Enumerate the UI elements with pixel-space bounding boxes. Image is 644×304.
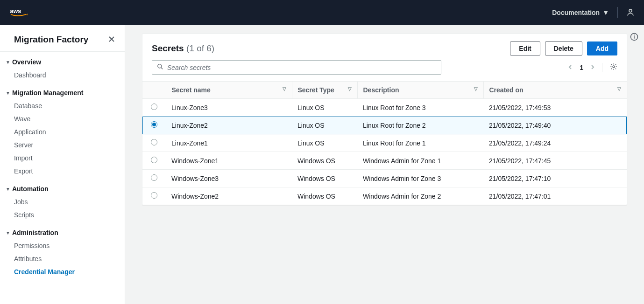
sort-icon: ▽ (283, 86, 286, 91)
nav-item[interactable]: Credential Manager (0, 265, 125, 278)
svg-point-1 (629, 9, 632, 12)
caret-down-icon: ▼ (602, 9, 609, 16)
nav-group[interactable]: ▼Automation (0, 182, 125, 195)
cell-description: Windows Admin for Zone 1 (357, 152, 483, 170)
svg-text:aws: aws (10, 7, 21, 14)
nav-item[interactable]: Export (0, 165, 125, 178)
nav-group[interactable]: ▼Overview (0, 55, 125, 69)
user-icon[interactable] (626, 8, 635, 18)
nav-item[interactable]: Scripts (0, 208, 125, 221)
radio-icon[interactable] (151, 192, 157, 199)
cell-name: Linux-Zone3 (166, 99, 292, 117)
nav-item[interactable]: Server (0, 138, 125, 152)
row-select-cell[interactable] (142, 117, 166, 134)
nav-item[interactable]: Import (0, 152, 125, 165)
cell-name: Linux-Zone2 (166, 117, 292, 134)
cell-name: Windows-Zone3 (166, 170, 292, 187)
caret-down-icon: ▼ (6, 230, 10, 235)
radio-icon[interactable] (151, 157, 157, 163)
column-header-type[interactable]: Secret Type▽ (292, 82, 357, 99)
search-input[interactable] (167, 64, 436, 71)
nav-item[interactable]: Dashboard (0, 69, 125, 82)
nav-group[interactable]: ▼Migration Management (0, 86, 125, 99)
cell-created: 21/05/2022, 17:49:53 (483, 99, 627, 117)
nav-item[interactable]: Application (0, 125, 125, 138)
nav-item[interactable]: Jobs (0, 195, 125, 208)
nav-item[interactable]: Wave (0, 112, 125, 125)
cell-description: Windows Admin for Zone 3 (357, 170, 483, 187)
svg-line-8 (161, 68, 163, 69)
nav-group[interactable]: ▼Administration (0, 226, 125, 239)
nav-group-label: Migration Management (12, 89, 83, 97)
cell-type: Linux OS (292, 117, 357, 134)
cell-name: Linux-Zone1 (166, 134, 292, 152)
column-header-name[interactable]: Secret name▽ (166, 82, 292, 99)
table-row[interactable]: Windows-Zone3Windows OSWindows Admin for… (142, 170, 627, 187)
table-row[interactable]: Windows-Zone1Windows OSWindows Admin for… (142, 152, 627, 170)
panel-header: Secrets (1 of 6) Edit Delete Add (142, 34, 627, 60)
cell-created: 21/05/2022, 17:49:40 (483, 117, 627, 134)
radio-icon[interactable] (151, 121, 157, 128)
sidebar: Migration Factory ▼OverviewDashboard▼Mig… (0, 25, 125, 304)
cell-type: Linux OS (292, 99, 357, 117)
panel-actions: Edit Delete Add (510, 41, 617, 55)
table-header-row: Secret name▽ Secret Type▽ Description▽ C… (142, 82, 627, 99)
column-header-created[interactable]: Created on▽ (483, 82, 627, 99)
header-right: Documentation ▼ (552, 7, 635, 18)
aws-logo[interactable]: aws (9, 7, 33, 19)
svg-point-9 (613, 66, 615, 68)
row-select-cell[interactable] (142, 99, 166, 117)
nav-item[interactable]: Database (0, 99, 125, 112)
nav-group-label: Automation (12, 185, 49, 193)
row-select-cell[interactable] (142, 152, 166, 170)
cell-created: 21/05/2022, 17:47:10 (483, 170, 627, 187)
pagination: 1 (567, 63, 617, 72)
nav-group-label: Administration (12, 229, 58, 236)
table-row[interactable]: Windows-Zone2Windows OSWindows Admin for… (142, 187, 627, 205)
nav-item[interactable]: Attributes (0, 252, 125, 265)
documentation-label: Documentation (552, 9, 600, 16)
sort-icon: ▽ (474, 86, 478, 91)
layout: Migration Factory ▼OverviewDashboard▼Mig… (0, 25, 644, 304)
radio-icon[interactable] (151, 139, 157, 145)
radio-icon[interactable] (151, 104, 157, 110)
page-number: 1 (580, 64, 583, 71)
top-header: aws Documentation ▼ (0, 0, 644, 25)
column-header-description[interactable]: Description▽ (357, 82, 483, 99)
settings-icon[interactable] (602, 63, 617, 72)
cell-type: Windows OS (292, 152, 357, 170)
documentation-link[interactable]: Documentation ▼ (552, 9, 609, 16)
edit-button[interactable]: Edit (510, 41, 540, 55)
cell-created: 21/05/2022, 17:47:45 (483, 152, 627, 170)
cell-type: Linux OS (292, 134, 357, 152)
table-body: Linux-Zone3Linux OSLinux Root for Zone 3… (142, 99, 627, 205)
cell-name: Windows-Zone2 (166, 187, 292, 205)
panel-count: (1 of 6) (186, 43, 214, 53)
info-icon[interactable] (630, 33, 638, 42)
search-icon (157, 63, 163, 71)
search-box[interactable] (152, 60, 441, 75)
svg-point-6 (634, 35, 635, 35)
cell-type: Windows OS (292, 187, 357, 205)
row-select-cell[interactable] (142, 134, 166, 152)
row-select-cell[interactable] (142, 187, 166, 205)
sort-icon: ▽ (617, 86, 621, 91)
cell-type: Windows OS (292, 170, 357, 187)
secrets-table: Secret name▽ Secret Type▽ Description▽ C… (142, 81, 627, 205)
nav-item[interactable]: Permissions (0, 239, 125, 252)
next-page-icon[interactable] (590, 64, 595, 71)
table-row[interactable]: Linux-Zone2Linux OSLinux Root for Zone 2… (142, 117, 627, 134)
sidebar-nav: ▼OverviewDashboard▼Migration ManagementD… (0, 52, 125, 279)
delete-button[interactable]: Delete (545, 41, 582, 55)
row-select-cell[interactable] (142, 170, 166, 187)
table-row[interactable]: Linux-Zone3Linux OSLinux Root for Zone 3… (142, 99, 627, 117)
radio-icon[interactable] (151, 174, 157, 181)
cell-description: Windows Admin for Zone 2 (357, 187, 483, 205)
header-divider (617, 7, 618, 18)
caret-down-icon: ▼ (6, 60, 10, 65)
table-row[interactable]: Linux-Zone1Linux OSLinux Root for Zone 1… (142, 134, 627, 152)
prev-page-icon[interactable] (567, 64, 573, 71)
close-icon[interactable] (108, 35, 115, 44)
add-button[interactable]: Add (587, 41, 617, 55)
caret-down-icon: ▼ (6, 90, 10, 96)
